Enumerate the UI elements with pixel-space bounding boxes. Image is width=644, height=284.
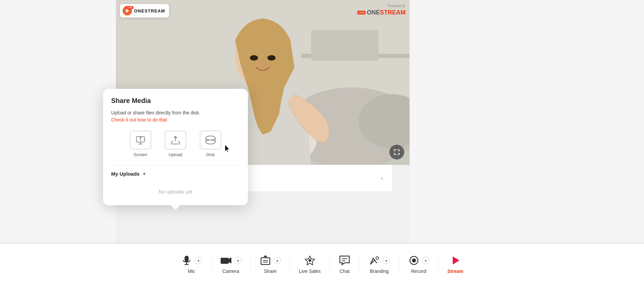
disk-option[interactable]: Disk — [200, 131, 221, 157]
record-icon — [408, 254, 420, 267]
toolbar-item-share[interactable]: ▲ Share — [253, 254, 287, 274]
svg-marker-38 — [263, 255, 267, 257]
right-panel — [410, 0, 644, 284]
stream-icon — [449, 254, 461, 267]
layout-next-arrow[interactable]: › — [377, 174, 387, 183]
branding-label: Branding — [370, 269, 389, 274]
stream-icon-row — [449, 254, 461, 267]
onestream-brand: LIVE ONESTREAM — [357, 9, 406, 16]
live-sales-label: Live Sales — [299, 269, 321, 274]
svg-point-41 — [309, 259, 311, 262]
check-it-out-link[interactable]: Check it out how to do that — [111, 117, 167, 122]
no-uploads-message: No uploads yet — [111, 182, 240, 197]
logo-play-icon: LIVE — [123, 6, 132, 15]
disk-icon — [204, 135, 217, 145]
logo-badge: LIVE ONESTREAM — [120, 4, 169, 17]
live-sales-icon-row — [304, 254, 316, 267]
toolbar-item-camera[interactable]: ▲ Camera — [214, 254, 248, 274]
my-uploads-header[interactable]: My Uploads ▼ — [111, 171, 240, 177]
share-icon-row: ▲ — [259, 254, 281, 267]
svg-point-46 — [412, 258, 416, 262]
logo-overlay: LIVE ONESTREAM — [120, 4, 169, 17]
screen-icon — [135, 135, 146, 145]
divider-5 — [359, 256, 360, 273]
toolbar-item-branding[interactable]: ▲ Branding — [362, 254, 396, 274]
divider-7 — [438, 256, 439, 273]
divider-6 — [399, 256, 399, 273]
toolbar-item-live-sales[interactable]: Live Sales — [293, 254, 327, 274]
screen-label: Screen — [133, 152, 147, 157]
popup-description: Upload or share files directly from the … — [111, 110, 240, 115]
disk-icon-container — [200, 131, 221, 149]
camera-label: Camera — [223, 269, 239, 274]
camera-icon-row: ▲ — [220, 254, 242, 267]
chat-icon-row — [339, 254, 351, 267]
svg-point-44 — [376, 257, 379, 259]
share-chevron-up[interactable]: ▲ — [273, 257, 281, 264]
disk-label: Disk — [206, 152, 215, 157]
chat-icon — [339, 254, 351, 267]
svg-point-30 — [206, 140, 215, 144]
svg-marker-47 — [453, 256, 459, 264]
svg-rect-31 — [185, 256, 189, 262]
upload-label: Upload — [168, 152, 182, 157]
camera-icon — [220, 254, 232, 267]
bottom-toolbar: ▲ Mic ▲ Camera — [0, 244, 644, 284]
share-media-popup: Share Media Upload or share files direct… — [103, 89, 248, 205]
svg-point-9 — [250, 55, 258, 61]
svg-rect-36 — [261, 258, 270, 264]
svg-marker-35 — [229, 257, 231, 263]
live-badge: LIVE — [126, 6, 133, 9]
toolbar-item-stream[interactable]: Stream — [441, 254, 469, 274]
divider-3 — [290, 256, 290, 273]
mic-icon — [181, 254, 193, 267]
divider-4 — [329, 256, 330, 273]
upload-option[interactable]: Upload — [165, 131, 186, 157]
popup-title: Share Media — [111, 97, 240, 105]
divider-1 — [211, 256, 211, 273]
branding-chevron-up[interactable]: ▲ — [383, 257, 390, 264]
record-icon-row: ▲ — [408, 254, 429, 267]
branding-icon — [368, 254, 381, 267]
upload-icon-container — [165, 131, 186, 149]
svg-point-27 — [206, 136, 215, 140]
fullscreen-button[interactable] — [389, 145, 404, 159]
left-panel — [0, 0, 116, 284]
brand-text: ONESTREAM — [367, 9, 406, 16]
toolbar-item-mic[interactable]: ▲ Mic — [174, 254, 208, 274]
mic-chevron-up[interactable]: ▲ — [195, 257, 202, 264]
toolbar-item-chat[interactable]: Chat — [332, 254, 357, 274]
svg-marker-11 — [126, 9, 129, 13]
svg-rect-17 — [394, 153, 395, 155]
live-sales-icon — [304, 254, 316, 267]
screen-icon-container — [130, 131, 151, 149]
record-chevron-up[interactable]: ▲ — [422, 257, 429, 264]
share-icon — [259, 254, 271, 267]
powered-by: Powered by LIVE ONESTREAM — [357, 4, 406, 16]
svg-rect-13 — [394, 149, 395, 151]
svg-rect-15 — [399, 149, 399, 151]
svg-rect-34 — [221, 258, 229, 264]
screen-option[interactable]: Screen — [130, 131, 151, 157]
svg-rect-19 — [399, 153, 399, 155]
toolbar-item-record[interactable]: ▲ Record — [402, 254, 436, 274]
logo-text: ONESTREAM — [134, 8, 165, 13]
mic-icon-row: ▲ — [181, 254, 202, 267]
chevron-down-icon: ▼ — [142, 172, 146, 176]
mic-label: Mic — [188, 269, 195, 274]
divider — [111, 165, 240, 166]
svg-rect-3 — [311, 30, 379, 61]
upload-options: Screen Upload D — [111, 131, 240, 157]
branding-icon-row: ▲ — [368, 254, 390, 267]
my-uploads-label: My Uploads — [111, 171, 139, 177]
upload-icon — [170, 135, 181, 145]
camera-chevron-up[interactable]: ▲ — [234, 257, 242, 264]
chat-label: Chat — [340, 269, 350, 274]
svg-marker-26 — [173, 136, 178, 138]
svg-point-10 — [267, 55, 276, 61]
share-label: Share — [264, 269, 277, 274]
stream-label: Stream — [447, 269, 463, 274]
live-badge-small: LIVE — [357, 11, 365, 14]
powered-by-text: Powered by — [357, 4, 406, 8]
divider-2 — [250, 256, 251, 273]
